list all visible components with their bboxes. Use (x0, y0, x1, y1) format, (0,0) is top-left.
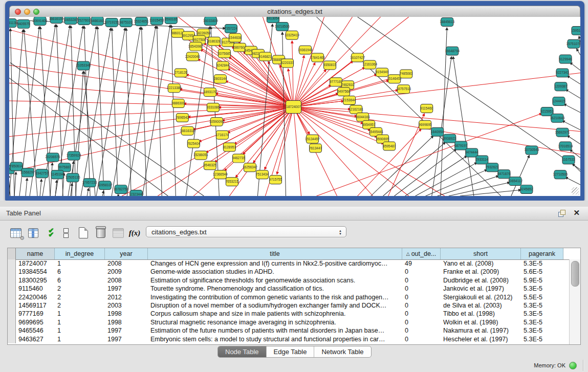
cell-in_degree[interactable]: 2 (55, 285, 105, 293)
cell-name[interactable]: 22420046 (16, 293, 55, 301)
cell-pagerank[interactable]: 5.3E-5 (521, 335, 563, 343)
cell-out_de[interactable]: 0 (402, 310, 441, 318)
table-row[interactable]: 911546021997Tourette syndrome. Phenomeno… (8, 285, 570, 293)
cell-title[interactable]: Disruption of a novel member of a sodium… (148, 301, 402, 310)
table-row[interactable]: 2242004622012Investigating the contribut… (8, 293, 570, 301)
cell-in_degree[interactable]: 1 (55, 318, 105, 326)
delete-button[interactable] (94, 226, 107, 239)
cell-short[interactable]: Jankovic et al. (1997) (441, 285, 521, 293)
tab-edge-table[interactable]: Edge Table (267, 346, 315, 357)
cell-out_de[interactable]: 0 (402, 276, 441, 285)
panel-splitter[interactable] (0, 201, 588, 207)
scrollbar-thumb[interactable] (571, 261, 579, 287)
cell-out_de[interactable]: 0 (402, 268, 441, 276)
cell-name[interactable]: 9777169 (16, 310, 55, 318)
cell-title[interactable]: Corpus callosum shape and size in male p… (148, 310, 402, 318)
cell-in_degree[interactable]: 2 (55, 301, 105, 310)
cell-name[interactable]: 18724007 (16, 259, 55, 268)
cell-pagerank[interactable]: 5.9E-5 (521, 276, 563, 285)
canvas-resize-grip-icon[interactable] (572, 187, 579, 194)
table-row[interactable]: 977716911998Corpus callosum shape and si… (8, 310, 570, 318)
cell-year[interactable]: 1997 (105, 335, 148, 343)
table-row[interactable]: 1456911722003Disruption of a novel membe… (8, 301, 570, 310)
cell-short[interactable]: Nakamura et al. (1997) (441, 326, 521, 335)
cell-out_de[interactable]: 0 (402, 285, 441, 293)
cell-year[interactable]: 1997 (105, 326, 148, 335)
cell-pagerank[interactable]: 5.3E-5 (521, 326, 563, 335)
table-row[interactable]: 1872400712008Changes of HCN gene express… (8, 259, 570, 268)
tab-node-table[interactable]: Node Table (218, 346, 267, 357)
new-row-button[interactable] (77, 226, 90, 239)
cell-in_degree[interactable]: 1 (55, 310, 105, 318)
cell-year[interactable]: 1998 (105, 318, 148, 326)
column-header-title[interactable]: title (148, 248, 402, 259)
cell-short[interactable]: Yano et al. (2008) (441, 259, 521, 268)
cell-pagerank[interactable]: 5.3E-5 (521, 318, 563, 326)
table-row[interactable]: 946362711997Embryonic stem cells: a mode… (8, 335, 570, 343)
cell-title[interactable]: Investigating the contribution of common… (148, 293, 402, 301)
cell-pagerank[interactable]: 5.3E-5 (521, 285, 563, 293)
cell-out_de[interactable]: 0 (402, 293, 441, 301)
cell-out_de[interactable]: 0 (402, 335, 441, 343)
cell-year[interactable]: 2009 (105, 268, 148, 276)
cell-year[interactable]: 2008 (105, 259, 148, 268)
cell-pagerank[interactable]: 5.3E-5 (521, 310, 563, 318)
tab-network-table[interactable]: Network Table (314, 346, 371, 357)
cell-short[interactable]: Hescheler et al. (1997) (441, 335, 521, 343)
column-header-out_de[interactable]: △out_de... (402, 248, 441, 259)
cell-title[interactable]: Estimation of the future numbers of pati… (148, 326, 402, 335)
cell-title[interactable]: Estimation of significance thresholds fo… (148, 276, 402, 285)
deselect-all-button[interactable] (59, 226, 73, 239)
close-panel-icon[interactable]: ✕ (573, 208, 580, 217)
network-graph[interactable]: 1872400798601248912954182260589927508165… (9, 17, 580, 196)
cell-name[interactable]: 19384554 (16, 268, 55, 276)
table-row[interactable]: 1938455462009Genome-wide association stu… (8, 268, 570, 276)
table-row[interactable]: 1830029562008Estimation of significance … (8, 276, 570, 285)
cell-name[interactable]: 18300295 (16, 276, 55, 285)
cell-short[interactable]: de Silva et al. (2003) (441, 301, 521, 310)
cell-name[interactable]: 9463627 (16, 335, 55, 343)
column-header-name[interactable]: name (16, 248, 55, 259)
table-row[interactable]: 969969511998Structural magnetic resonanc… (8, 318, 570, 326)
cell-short[interactable]: Wolkin et al. (1998) (441, 318, 521, 326)
cell-name[interactable]: 14569117 (16, 301, 55, 310)
cell-name[interactable]: 9465546 (16, 326, 55, 335)
cell-out_de[interactable]: 0 (402, 326, 441, 335)
cell-out_de[interactable]: 0 (402, 301, 441, 310)
import-table-button[interactable] (112, 226, 125, 239)
cell-short[interactable]: Stergiakouli et al. (2012) (441, 293, 521, 301)
cell-name[interactable]: 9699695 (16, 318, 55, 326)
cell-in_degree[interactable]: 6 (55, 268, 105, 276)
cell-year[interactable]: 1997 (105, 285, 148, 293)
cell-in_degree[interactable]: 1 (55, 335, 105, 343)
vertical-scrollbar[interactable] (569, 259, 580, 344)
network-window-titlebar[interactable]: citations_edges.txt (9, 6, 580, 18)
cell-year[interactable]: 2012 (105, 293, 148, 301)
cell-title[interactable]: Changes of HCN gene expression and I(f) … (148, 259, 402, 268)
cell-title[interactable]: Embryonic stem cells: a model to study s… (148, 335, 402, 343)
cell-pagerank[interactable]: 5.3E-5 (521, 259, 563, 268)
cell-short[interactable]: Franke et al. (2009) (441, 268, 521, 276)
network-canvas[interactable]: 1872400798601248912954182260589927508165… (9, 17, 580, 196)
table-selector-dropdown[interactable]: citations_edges.txt ▲▼ (146, 226, 346, 237)
cell-year[interactable]: 1998 (105, 310, 148, 318)
cell-in_degree[interactable]: 6 (55, 276, 105, 285)
column-visibility-button[interactable] (27, 226, 40, 239)
float-window-icon[interactable] (558, 210, 565, 217)
column-header-year[interactable]: year (105, 248, 148, 259)
column-header-short[interactable]: short (441, 248, 521, 259)
table-row[interactable]: 946554611997Estimation of the future num… (8, 326, 570, 335)
cell-in_degree[interactable]: 2 (55, 293, 105, 301)
function-builder-button[interactable]: f(x) (128, 226, 141, 239)
cell-in_degree[interactable]: 1 (55, 259, 105, 268)
cell-pagerank[interactable]: 5.5E-5 (521, 293, 563, 301)
cell-short[interactable]: Tibbo et al. (1998) (441, 310, 521, 318)
cell-year[interactable]: 2003 (105, 301, 148, 310)
cell-year[interactable]: 2008 (105, 276, 148, 285)
cell-title[interactable]: Structural magnetic resonance image aver… (148, 318, 402, 326)
cell-name[interactable]: 9115460 (16, 285, 55, 293)
cell-title[interactable]: Tourette syndrome. Phenomenology and cla… (148, 285, 402, 293)
cell-title[interactable]: Genome-wide association studies in ADHD. (148, 268, 402, 276)
column-header-pagerank[interactable]: pagerank (521, 248, 563, 259)
table-mode-button[interactable]: ⚙ (9, 226, 23, 239)
